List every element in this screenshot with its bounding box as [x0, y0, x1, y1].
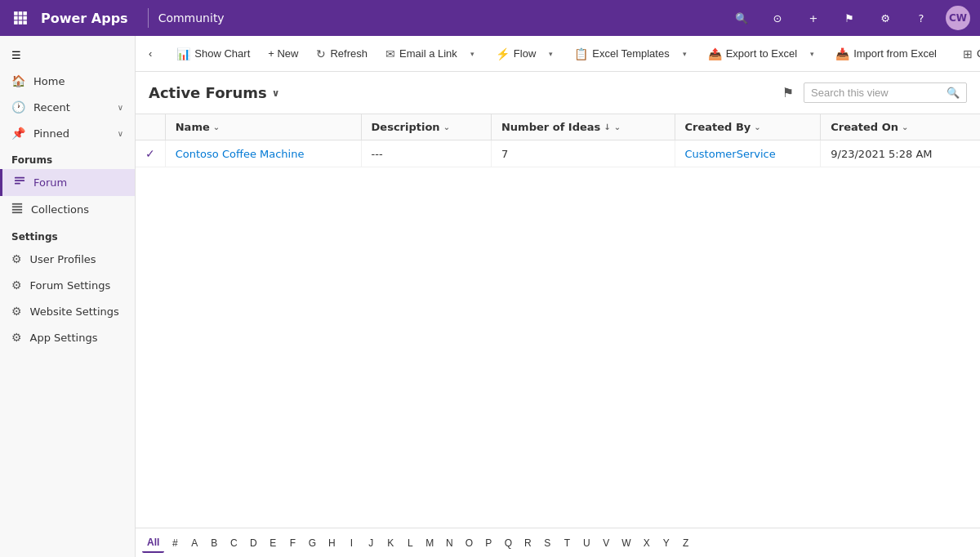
alpha-nav-v-button[interactable]: V	[597, 534, 615, 552]
svg-rect-5	[23, 16, 27, 20]
context-name: Community	[158, 11, 225, 25]
sidebar-item-forum[interactable]: Forum	[0, 169, 135, 196]
alpha-nav-z-button[interactable]: Z	[677, 534, 695, 552]
top-navigation: Power Apps Community 🔍 ⊙ + ⚑ ⚙ ? CW	[0, 0, 980, 36]
sidebar-item-collections[interactable]: Collections	[0, 196, 135, 223]
active-forums-table: Name ⌄ Description ⌄ Num	[136, 114, 980, 167]
refresh-icon: ↻	[316, 47, 326, 60]
alpha-nav-u-button[interactable]: U	[577, 534, 595, 552]
alpha-nav-n-button[interactable]: N	[440, 534, 458, 552]
top-nav-right-group: 🔍 ⊙ + ⚑ ⚙ ? CW	[730, 6, 970, 30]
alpha-nav-w-button[interactable]: W	[617, 534, 635, 552]
filter-icon[interactable]: ⚑	[779, 82, 797, 104]
svg-rect-15	[12, 212, 22, 213]
alpha-nav-e-button[interactable]: E	[264, 534, 282, 552]
svg-rect-8	[23, 20, 27, 25]
main-layout: ☰ 🏠 Home 🕐 Recent ∨ 📌 Pinned ∨ Forums Fo…	[0, 36, 980, 557]
table-header-row: Name ⌄ Description ⌄ Num	[136, 114, 980, 140]
help-nav-icon[interactable]: ?	[910, 7, 933, 29]
search-submit-icon[interactable]: 🔍	[947, 87, 960, 99]
user-avatar[interactable]: CW	[946, 6, 970, 30]
plus-nav-icon[interactable]: +	[802, 7, 825, 29]
alpha-nav-m-button[interactable]: M	[421, 534, 439, 552]
alpha-nav-j-button[interactable]: J	[362, 534, 380, 552]
import-excel-button[interactable]: 📥 Import from Excel	[827, 43, 945, 65]
recent-chevron-icon: ∨	[118, 103, 123, 112]
sidebar-item-home[interactable]: 🏠 Home	[0, 68, 135, 94]
flow-button[interactable]: ⚡ Flow	[488, 43, 544, 65]
filter-nav-icon[interactable]: ⚑	[838, 7, 861, 29]
create-view-button[interactable]: ⊞ Create view	[955, 43, 980, 65]
sidebar-item-user-profiles[interactable]: ⚙ User Profiles	[0, 246, 135, 272]
email-link-chevron[interactable]: ▾	[467, 46, 478, 62]
gear-nav-icon[interactable]: ⚙	[874, 7, 897, 29]
flow-chevron-button[interactable]: ▾	[546, 46, 556, 62]
alpha-nav-p-button[interactable]: P	[479, 534, 497, 552]
pinned-icon: 📌	[11, 127, 25, 140]
alpha-nav-d-button[interactable]: D	[244, 534, 262, 552]
view-title-chevron-icon[interactable]: ∨	[272, 87, 280, 99]
sidebar-item-recent-label: Recent	[33, 101, 70, 114]
export-excel-chevron[interactable]: ▾	[807, 46, 817, 62]
col-header-name[interactable]: Name ⌄	[165, 114, 361, 140]
alpha-nav-i-button[interactable]: I	[342, 534, 360, 552]
pinned-chevron-icon: ∨	[118, 129, 123, 138]
excel-templates-button[interactable]: 📋 Excel Templates	[566, 43, 677, 65]
refresh-button[interactable]: ↻ Refresh	[308, 43, 376, 65]
row-num-ideas-cell: 7	[491, 140, 675, 167]
col-header-description[interactable]: Description ⌄	[361, 114, 491, 140]
forum-name-link[interactable]: Contoso Coffee Machine	[176, 148, 305, 160]
alpha-nav-o-button[interactable]: O	[460, 534, 478, 552]
sidebar-item-app-settings[interactable]: ⚙ App Settings	[0, 324, 135, 350]
alpha-nav-b-button[interactable]: B	[205, 534, 223, 552]
toolbar: ‹ 📊 Show Chart + New ↻ Refresh ✉ Email a…	[136, 36, 980, 72]
user-profiles-icon: ⚙	[11, 252, 22, 265]
alpha-nav-l-button[interactable]: L	[401, 534, 419, 552]
alpha-nav-y-button[interactable]: Y	[657, 534, 675, 552]
search-box: 🔍	[804, 82, 967, 103]
sidebar-item-pinned[interactable]: 📌 Pinned ∨	[0, 120, 135, 146]
alpha-nav-k-button[interactable]: K	[381, 534, 399, 552]
sidebar-item-forum-settings[interactable]: ⚙ Forum Settings	[0, 272, 135, 298]
sidebar-hamburger-button[interactable]: ☰	[0, 42, 135, 68]
import-excel-icon: 📥	[835, 47, 849, 60]
forum-icon	[14, 176, 25, 189]
alpha-nav-c-button[interactable]: C	[225, 534, 243, 552]
alpha-nav-q-button[interactable]: Q	[499, 534, 517, 552]
col-header-created-by[interactable]: Created By ⌄	[675, 114, 821, 140]
website-settings-icon: ⚙	[11, 305, 22, 318]
excel-templates-chevron[interactable]: ▾	[679, 46, 690, 62]
view-header: Active Forums ∨ ⚑ 🔍	[136, 72, 980, 114]
alpha-nav-f-button[interactable]: F	[283, 534, 301, 552]
new-button[interactable]: + New	[260, 43, 306, 64]
alpha-nav-g-button[interactable]: G	[303, 534, 321, 552]
search-input[interactable]	[811, 87, 942, 99]
export-excel-button[interactable]: 📤 Export to Excel	[700, 43, 805, 65]
grid-menu-icon[interactable]	[10, 7, 31, 29]
alpha-nav-#-button[interactable]: #	[166, 534, 184, 552]
col-header-num-ideas[interactable]: Number of Ideas ↓ ⌄	[491, 114, 675, 140]
sidebar-item-recent[interactable]: 🕐 Recent ∨	[0, 94, 135, 120]
email-link-button[interactable]: ✉ Email a Link	[377, 43, 466, 65]
svg-rect-12	[12, 203, 22, 205]
alpha-nav-a-button[interactable]: A	[185, 534, 203, 552]
svg-rect-9	[15, 177, 24, 179]
alpha-nav-all-button[interactable]: All	[142, 533, 164, 553]
alpha-nav-r-button[interactable]: R	[519, 534, 537, 552]
search-nav-icon[interactable]: 🔍	[730, 7, 753, 29]
back-button[interactable]: ‹	[142, 43, 158, 64]
alpha-nav-t-button[interactable]: T	[558, 534, 576, 552]
email-chevron-icon: ▾	[470, 50, 474, 58]
row-check-cell[interactable]: ✓	[136, 140, 165, 167]
created-by-link[interactable]: CustomerService	[685, 148, 776, 160]
alpha-nav-h-button[interactable]: H	[323, 534, 341, 552]
alpha-nav-s-button[interactable]: S	[538, 534, 556, 552]
alpha-nav-x-button[interactable]: X	[638, 534, 656, 552]
circle-dot-icon[interactable]: ⊙	[766, 7, 789, 29]
sidebar-item-website-settings[interactable]: ⚙ Website Settings	[0, 298, 135, 324]
show-chart-button[interactable]: 📊 Show Chart	[168, 43, 258, 65]
show-chart-icon: 📊	[176, 47, 190, 60]
col-header-created-on[interactable]: Created On ⌄	[821, 114, 980, 140]
col-header-check	[136, 114, 165, 140]
num-ideas-filter-icon: ⌄	[614, 123, 621, 131]
